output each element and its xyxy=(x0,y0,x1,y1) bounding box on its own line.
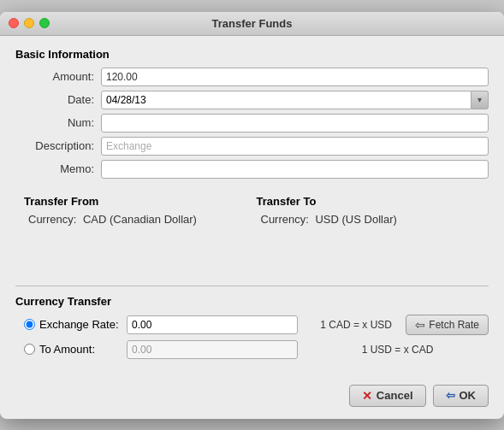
date-dropdown-arrow[interactable]: ▾ xyxy=(471,91,489,109)
transfer-to-section: Transfer To Currency: USD (US Dollar) xyxy=(257,195,489,226)
num-row: Num: xyxy=(15,114,489,133)
bottom-buttons: ✕ Cancel ⇦ OK xyxy=(0,376,504,419)
transfer-sections: Transfer From Currency: CAD (Canadian Do… xyxy=(15,195,489,226)
to-amount-input[interactable] xyxy=(127,340,298,359)
fetch-rate-icon: ⇦ xyxy=(415,318,425,332)
description-label: Description: xyxy=(24,139,101,152)
exchange-rate-radio-label[interactable]: Exchange Rate: xyxy=(24,318,127,331)
currency-transfer-section: Currency Transfer Exchange Rate: 1 CAD =… xyxy=(15,286,489,359)
date-input-wrapper: ▾ xyxy=(101,91,489,109)
amount-row: Amount: xyxy=(15,68,489,86)
date-input[interactable] xyxy=(101,91,471,109)
to-amount-row: To Amount: 1 USD = x CAD xyxy=(15,340,489,359)
ok-label: OK xyxy=(460,389,477,402)
transfer-from-section: Transfer From Currency: CAD (Canadian Do… xyxy=(24,195,257,226)
memo-row: Memo: xyxy=(15,160,489,179)
exchange-rate-radio[interactable] xyxy=(24,319,35,330)
description-row: Description: xyxy=(15,137,489,156)
exchange-formula: 1 CAD = x USD xyxy=(298,319,406,331)
transfer-from-currency: Currency: CAD (Canadian Dollar) xyxy=(24,213,257,226)
memo-input[interactable] xyxy=(101,160,489,179)
fetch-rate-label: Fetch Rate xyxy=(429,319,479,331)
titlebar: Transfer Funds xyxy=(0,12,504,36)
minimize-button[interactable] xyxy=(24,18,34,28)
cancel-icon: ✕ xyxy=(362,389,372,403)
ok-icon: ⇦ xyxy=(446,389,455,402)
maximize-button[interactable] xyxy=(39,18,50,28)
num-input[interactable] xyxy=(101,114,489,133)
close-button[interactable] xyxy=(9,18,19,28)
date-row: Date: ▾ xyxy=(15,91,489,109)
transfer-to-title: Transfer To xyxy=(257,195,489,208)
amount-label: Amount: xyxy=(24,70,101,83)
spacer xyxy=(15,226,489,286)
exchange-rate-row: Exchange Rate: 1 CAD = x USD ⇦ Fetch Rat… xyxy=(15,315,489,335)
to-formula: 1 USD = x CAD xyxy=(298,344,489,356)
cancel-label: Cancel xyxy=(377,389,413,402)
exchange-rate-label: Exchange Rate: xyxy=(39,318,119,331)
num-label: Num: xyxy=(24,116,101,129)
memo-label: Memo: xyxy=(24,162,101,175)
basic-info-title: Basic Information xyxy=(15,48,489,61)
exchange-rate-input[interactable] xyxy=(127,315,298,334)
amount-input[interactable] xyxy=(101,68,489,86)
to-amount-label: To Amount: xyxy=(39,343,95,356)
fetch-rate-button[interactable]: ⇦ Fetch Rate xyxy=(406,315,489,335)
transfer-from-title: Transfer From xyxy=(24,195,257,208)
traffic-lights xyxy=(9,18,50,28)
transfer-to-currency: Currency: USD (US Dollar) xyxy=(257,213,489,226)
ok-button[interactable]: ⇦ OK xyxy=(433,385,489,407)
transfer-from-currency-value: CAD (Canadian Dollar) xyxy=(83,213,197,226)
date-label: Date: xyxy=(24,93,101,106)
to-amount-radio-label[interactable]: To Amount: xyxy=(24,343,127,356)
currency-transfer-title: Currency Transfer xyxy=(15,295,489,308)
main-content: Basic Information Amount: Date: ▾ Num: D… xyxy=(0,36,504,376)
description-input[interactable] xyxy=(101,137,489,156)
to-amount-radio[interactable] xyxy=(24,344,35,355)
transfer-funds-window: Transfer Funds Basic Information Amount:… xyxy=(0,12,504,419)
transfer-to-currency-label: Currency: xyxy=(261,213,309,226)
cancel-button[interactable]: ✕ Cancel xyxy=(349,385,426,407)
transfer-to-currency-value: USD (US Dollar) xyxy=(315,213,396,226)
transfer-from-currency-label: Currency: xyxy=(28,213,76,226)
window-title: Transfer Funds xyxy=(212,17,293,30)
